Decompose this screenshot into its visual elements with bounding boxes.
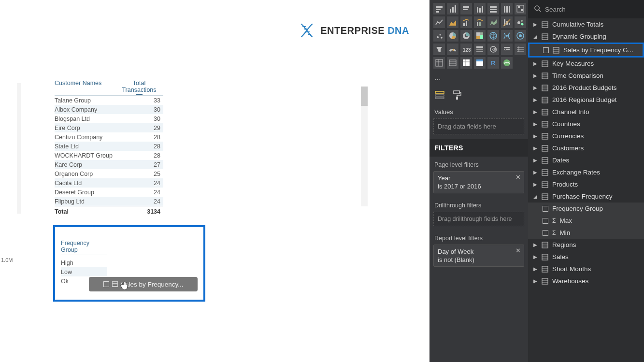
ghost-scrollbar xyxy=(17,83,21,214)
frequency-row[interactable]: Low xyxy=(61,267,107,276)
viz-type-icon[interactable] xyxy=(460,30,472,42)
filter-dow-card[interactable]: ✕ Day of Week is not (Blank) xyxy=(433,245,524,267)
scrollbar-thumb[interactable] xyxy=(361,87,368,106)
viz-type-icon[interactable] xyxy=(501,43,513,55)
field-item[interactable]: ▶Currencies xyxy=(528,130,644,142)
field-item[interactable]: ΣMax xyxy=(528,215,644,227)
field-item[interactable]: Sales by Frequency G... xyxy=(528,43,644,58)
col-total-transactions[interactable]: Total Transactions xyxy=(115,80,163,93)
field-item[interactable]: ▶2016 Product Budgets xyxy=(528,82,644,94)
field-item[interactable]: ▶Warehouses xyxy=(528,275,644,287)
viz-type-icon[interactable] xyxy=(433,57,445,69)
viz-type-icon[interactable] xyxy=(515,16,526,28)
viz-type-icon[interactable] xyxy=(433,43,445,55)
drillthrough-well[interactable]: Drag drillthrough fields here xyxy=(433,212,524,226)
field-item[interactable]: Frequency Group xyxy=(528,203,644,215)
report-canvas[interactable]: 1.0M ENTERPRISE DNA Customer Names Total… xyxy=(0,0,429,362)
viz-type-icon[interactable] xyxy=(433,16,445,28)
table-row[interactable]: Organon Corp25 xyxy=(55,169,163,178)
filter-dow-title: Day of Week xyxy=(438,248,520,255)
field-item[interactable]: ▶Exchange Rates xyxy=(528,166,644,178)
viz-type-icon[interactable] xyxy=(460,3,472,14)
field-item[interactable]: ▶Regions xyxy=(528,239,644,251)
table-row[interactable]: Centizu Company28 xyxy=(55,132,163,142)
field-item[interactable]: ▶Key Measures xyxy=(528,58,644,70)
viz-type-icon[interactable] xyxy=(433,30,445,42)
viz-type-icon[interactable] xyxy=(501,3,513,14)
viz-gallery: 123KPIR xyxy=(433,3,524,69)
frequency-header[interactable]: Frequency Group xyxy=(61,240,107,255)
close-icon[interactable]: ✕ xyxy=(515,174,521,181)
checkbox-icon[interactable] xyxy=(543,218,548,224)
viz-type-icon[interactable] xyxy=(460,16,472,28)
table-row[interactable]: Kare Corp27 xyxy=(55,160,163,169)
field-item[interactable]: ▶2016 Regional Budget xyxy=(528,94,644,106)
viz-type-icon[interactable] xyxy=(447,3,458,14)
field-item[interactable]: ▶Time Comparison xyxy=(528,70,644,82)
svg-rect-123 xyxy=(542,170,548,175)
viz-type-icon[interactable] xyxy=(501,16,513,28)
table-row[interactable]: WOCKHARDT Group28 xyxy=(55,151,163,160)
checkbox-icon[interactable] xyxy=(543,47,549,53)
viz-type-icon[interactable] xyxy=(474,16,486,28)
viz-type-icon[interactable] xyxy=(515,3,526,14)
table-row[interactable]: State Ltd28 xyxy=(55,142,163,151)
table-row[interactable]: Aibox Company30 xyxy=(55,105,163,114)
format-paintroller-icon[interactable] xyxy=(452,90,462,101)
viz-type-icon[interactable] xyxy=(433,3,445,14)
field-item[interactable]: ◢Dynamic Grouping xyxy=(528,30,644,43)
values-drop-well[interactable]: Drag data fields here xyxy=(433,118,524,134)
svg-rect-96 xyxy=(542,61,548,67)
field-item[interactable]: ▶Dates xyxy=(528,154,644,166)
table-row[interactable]: Talane Group33 xyxy=(55,96,163,105)
viz-type-icon[interactable] xyxy=(447,57,458,69)
viz-type-icon[interactable] xyxy=(447,43,458,55)
col-customer-names[interactable]: Customer Names xyxy=(55,80,115,93)
customer-table-visual[interactable]: Customer Names Total Transactions Talane… xyxy=(55,80,368,214)
viz-type-icon[interactable] xyxy=(474,43,486,55)
viz-type-icon[interactable] xyxy=(487,30,499,42)
viz-type-icon[interactable] xyxy=(474,30,486,42)
frequency-row[interactable]: High xyxy=(61,258,107,267)
field-item[interactable]: ▶Cumulative Totals xyxy=(528,18,644,30)
viz-type-icon[interactable] xyxy=(501,57,513,69)
field-item[interactable]: ▶Customers xyxy=(528,142,644,154)
field-item[interactable]: ▶Products xyxy=(528,178,644,190)
checkbox-icon[interactable] xyxy=(543,206,548,212)
svg-point-37 xyxy=(521,23,524,26)
viz-type-icon[interactable] xyxy=(487,16,499,28)
viz-type-icon[interactable] xyxy=(447,16,458,28)
viz-type-icon[interactable] xyxy=(474,57,486,69)
table-row[interactable]: Deseret Group24 xyxy=(55,188,163,197)
table-row[interactable]: Blogspan Ltd30 xyxy=(55,114,163,123)
viz-type-icon[interactable] xyxy=(447,30,458,42)
viz-type-icon[interactable] xyxy=(515,43,526,55)
fields-well-icon[interactable] xyxy=(434,90,445,101)
table-row[interactable]: Flipbug Ltd24 xyxy=(55,197,163,206)
viz-type-icon[interactable] xyxy=(515,30,526,42)
checkbox-icon[interactable] xyxy=(543,230,548,236)
svg-rect-117 xyxy=(542,145,548,151)
field-item[interactable]: ▶Short Months xyxy=(528,263,644,275)
viz-type-icon[interactable] xyxy=(487,3,499,14)
table-row[interactable]: Eire Corp29 xyxy=(55,123,163,132)
fields-search[interactable]: Search xyxy=(528,0,644,18)
filter-year-card[interactable]: ✕ Year is 2017 or 2016 xyxy=(433,171,524,193)
field-item[interactable]: ◢Purchase Frequency xyxy=(528,190,644,203)
scrollbar[interactable] xyxy=(361,87,368,206)
close-icon[interactable]: ✕ xyxy=(515,247,521,254)
field-item[interactable]: ▶Sales xyxy=(528,251,644,263)
drag-field-chip[interactable]: Sales by Frequency... xyxy=(89,277,198,291)
field-item[interactable]: ΣMin xyxy=(528,227,644,239)
field-label: 2016 Regional Budget xyxy=(552,96,617,103)
viz-type-icon[interactable] xyxy=(501,30,513,42)
viz-type-icon[interactable] xyxy=(474,3,486,14)
viz-type-icon[interactable]: 123 xyxy=(460,43,472,55)
field-item[interactable]: ▶Channel Info xyxy=(528,106,644,118)
viz-type-icon[interactable]: KPI xyxy=(487,43,499,55)
viz-more-button[interactable]: ··· xyxy=(433,73,524,86)
table-row[interactable]: Cadila Ltd24 xyxy=(55,178,163,188)
field-item[interactable]: ▶Countries xyxy=(528,118,644,130)
viz-type-icon[interactable]: R xyxy=(487,57,499,69)
viz-type-icon[interactable] xyxy=(460,57,472,69)
